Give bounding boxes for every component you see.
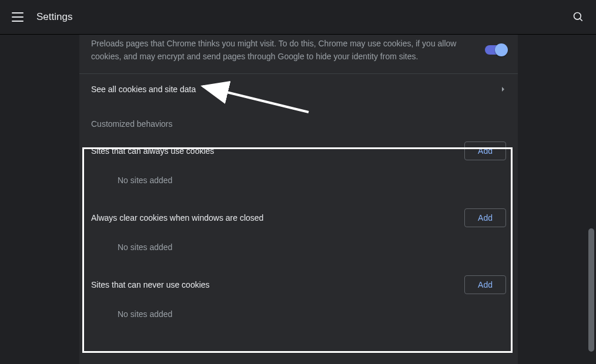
preload-pages-row: Preloads pages that Chrome thinks you mi… xyxy=(79,35,518,74)
sites-clear-header: Always clear cookies when windows are cl… xyxy=(79,201,518,234)
hamburger-menu-icon[interactable] xyxy=(12,10,26,24)
sites-clear-title: Always clear cookies when windows are cl… xyxy=(91,213,464,223)
sites-always-empty: No sites added xyxy=(79,167,518,201)
content-viewport: Preloads pages that Chrome thinks you mi… xyxy=(0,34,596,364)
scrollbar-track[interactable] xyxy=(588,35,594,357)
preload-description: Preloads pages that Chrome thinks you mi… xyxy=(91,37,485,63)
preload-toggle[interactable] xyxy=(485,45,506,55)
svg-line-1 xyxy=(580,19,582,21)
add-button-always[interactable]: Add xyxy=(464,141,506,160)
add-button-never[interactable]: Add xyxy=(464,275,506,294)
sites-never-use-cookies-group: Sites that can never use cookies Add No … xyxy=(79,268,518,335)
settings-card: Preloads pages that Chrome thinks you mi… xyxy=(79,35,518,364)
chevron-right-icon xyxy=(500,86,506,92)
sites-clear-empty: No sites added xyxy=(79,234,518,268)
scrollbar-thumb[interactable] xyxy=(588,228,594,352)
search-icon[interactable] xyxy=(572,11,584,23)
sites-never-empty: No sites added xyxy=(79,301,518,335)
sites-always-title: Sites that can always use cookies xyxy=(91,146,464,156)
see-all-cookies-row[interactable]: See all cookies and site data xyxy=(79,74,518,105)
sites-never-header: Sites that can never use cookies Add xyxy=(79,268,518,301)
add-button-clear[interactable]: Add xyxy=(464,208,506,227)
sites-always-header: Sites that can always use cookies Add xyxy=(79,134,518,167)
sites-never-title: Sites that can never use cookies xyxy=(91,280,464,289)
app-header: Settings xyxy=(0,0,596,34)
svg-point-0 xyxy=(574,13,581,20)
page-title: Settings xyxy=(36,11,72,23)
toggle-knob xyxy=(495,43,508,56)
customized-behaviors-heading: Customized behaviors xyxy=(79,105,518,134)
sites-clear-on-close-group: Always clear cookies when windows are cl… xyxy=(79,201,518,268)
sites-always-use-cookies-group: Sites that can always use cookies Add No… xyxy=(79,134,518,201)
see-all-cookies-label: See all cookies and site data xyxy=(91,85,500,94)
